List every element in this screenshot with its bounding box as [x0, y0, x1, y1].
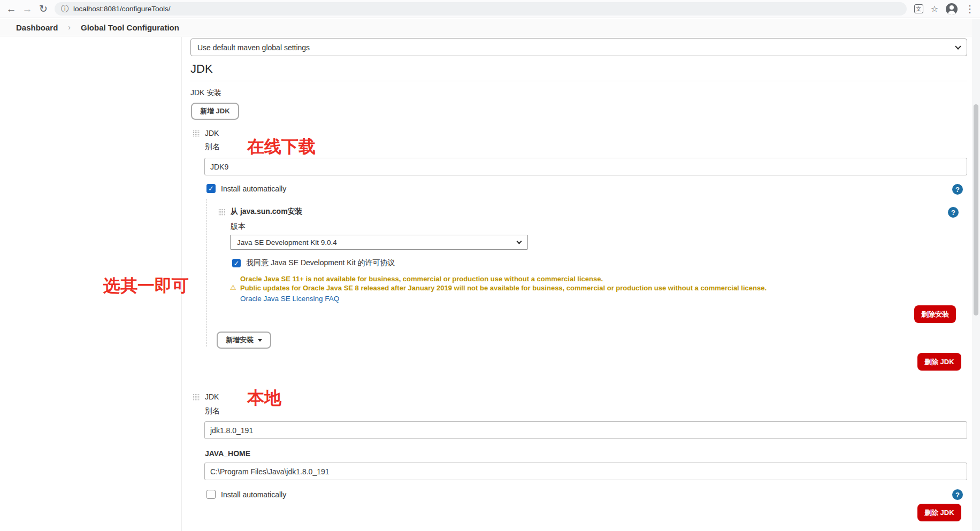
- back-icon[interactable]: ←: [3, 3, 19, 15]
- help-icon[interactable]: ?: [952, 184, 963, 195]
- license-agree-row: ✓ 我同意 Java SE Development Kit 的许可协议: [232, 258, 395, 268]
- add-installer-label: 新增安装: [226, 335, 254, 345]
- install-automatically-row: ✓ Install automatically: [206, 184, 286, 193]
- version-label: 版本: [231, 222, 246, 232]
- jdk-entry-type-label: JDK: [205, 393, 219, 401]
- breadcrumb-current-page: Global Tool Configuration: [81, 23, 179, 32]
- url-text[interactable]: localhost:8081/configureTools/: [73, 5, 171, 13]
- annotation-local: 本地: [247, 387, 281, 410]
- help-icon[interactable]: ?: [948, 207, 959, 218]
- install-automatically-label[interactable]: Install automatically: [221, 184, 286, 193]
- warning-triangle-icon: ⚠: [230, 283, 236, 292]
- avatar-head: [950, 5, 954, 10]
- license-agree-checkbox[interactable]: ✓: [232, 259, 241, 267]
- translate-icon[interactable]: 文: [914, 4, 923, 13]
- alias-input[interactable]: [204, 158, 967, 175]
- annotation-online-download: 在线下载: [247, 135, 316, 159]
- chevron-down-icon: [517, 238, 522, 244]
- alias-input[interactable]: [204, 421, 967, 439]
- install-automatically-label[interactable]: Install automatically: [221, 490, 286, 499]
- alias-label: 别名: [205, 406, 220, 416]
- alias-label: 别名: [205, 142, 220, 152]
- chevron-down-icon: [955, 43, 961, 49]
- scrollbar-track[interactable]: [972, 19, 980, 531]
- license-agree-label[interactable]: 我同意 Java SE Development Kit 的许可协议: [246, 258, 395, 268]
- jdk-version-select[interactable]: Java SE Development Kit 9.0.4: [230, 235, 528, 250]
- scrollbar-thumb[interactable]: [974, 104, 978, 315]
- java-home-label: JAVA_HOME: [205, 449, 250, 458]
- profile-avatar[interactable]: [946, 3, 958, 15]
- toolbar-right: 文 ☆ ⋮: [914, 3, 980, 15]
- jdk-installations-label: JDK 安装: [190, 88, 221, 98]
- bookmark-star-icon[interactable]: ☆: [931, 4, 938, 14]
- browser-menu-icon[interactable]: ⋮: [965, 3, 975, 15]
- browser-window: ← → ↻ ⓘ localhost:8081/configureTools/ 文…: [0, 0, 980, 531]
- avatar-body: [948, 11, 955, 15]
- breadcrumb-chevron-icon: ›: [68, 23, 71, 32]
- caret-down-icon: [258, 339, 262, 342]
- warning-line-2: Public updates for Oracle Java SE 8 rele…: [240, 283, 980, 293]
- tree-connector: [206, 199, 207, 347]
- jdk-version-value: Java SE Development Kit 9.0.4: [237, 238, 337, 247]
- drag-handle-icon[interactable]: [193, 130, 200, 137]
- annotation-choose-one: 选其一即可: [103, 274, 189, 298]
- maven-global-settings-select[interactable]: Use default maven global settings: [190, 39, 967, 56]
- page-info-icon[interactable]: ⓘ: [61, 4, 68, 14]
- install-automatically-checkbox[interactable]: ✓: [206, 184, 216, 193]
- installer-title: 从 java.sun.com安装: [231, 207, 303, 217]
- jdk-section-title: JDK: [190, 62, 213, 76]
- installer-header: 从 java.sun.com安装: [218, 207, 303, 217]
- section-divider: [190, 81, 967, 81]
- add-installer-button[interactable]: 新增安装: [217, 332, 271, 349]
- jdk-entry-type-label: JDK: [205, 129, 219, 137]
- oracle-license-warning: ⚠ Oracle Java SE 11+ is not available fo…: [240, 274, 980, 303]
- browser-toolbar: ← → ↻ ⓘ localhost:8081/configureTools/ 文…: [0, 0, 980, 18]
- add-jdk-button[interactable]: 新增 JDK: [191, 103, 239, 120]
- forward-icon[interactable]: →: [19, 3, 35, 15]
- delete-jdk-button[interactable]: 删除 JDK: [917, 353, 961, 371]
- warning-line-1: Oracle Java SE 11+ is not available for …: [240, 274, 980, 283]
- install-automatically-checkbox[interactable]: [206, 490, 216, 499]
- drag-handle-icon[interactable]: [218, 209, 225, 216]
- maven-global-settings-value: Use default maven global settings: [197, 43, 310, 52]
- install-automatically-row: Install automatically: [206, 490, 286, 499]
- help-icon[interactable]: ?: [952, 489, 963, 500]
- jdk-entry-header: JDK: [193, 129, 219, 137]
- delete-jdk-button[interactable]: 删除 JDK: [917, 504, 961, 521]
- address-bar[interactable]: ⓘ localhost:8081/configureTools/: [55, 2, 907, 16]
- breadcrumb-dashboard[interactable]: Dashboard: [16, 23, 58, 32]
- breadcrumb: Dashboard › Global Tool Configuration: [0, 19, 980, 36]
- delete-installer-button[interactable]: 删除安装: [914, 305, 956, 323]
- reload-icon[interactable]: ↻: [35, 3, 51, 15]
- oracle-licensing-faq-link[interactable]: Oracle Java SE Licensing FAQ: [240, 294, 339, 303]
- jdk-entry-header: JDK: [193, 393, 219, 401]
- drag-handle-icon[interactable]: [193, 394, 200, 401]
- java-home-input[interactable]: [204, 463, 967, 480]
